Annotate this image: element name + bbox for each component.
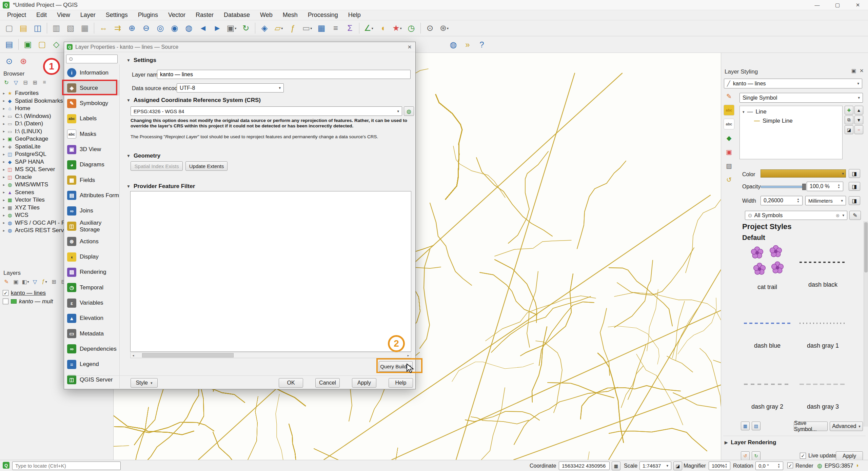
filter-hscrollbar[interactable]: ◂ ▸	[130, 352, 411, 358]
3d-view-icon[interactable]: ◆	[724, 132, 734, 143]
new-shapefile-icon[interactable]: ▢	[35, 38, 49, 51]
geometry-section-header[interactable]: ▼ Geometry	[126, 152, 413, 159]
minimize-button[interactable]: —	[807, 0, 827, 10]
tab-variables[interactable]: εVariables	[64, 295, 120, 311]
layer-visibility-checkbox[interactable]: ✓	[3, 290, 8, 296]
open-attribute-table-icon[interactable]: ▦	[315, 21, 328, 35]
pan-map-icon[interactable]: ⇔	[97, 21, 110, 35]
labels-icon[interactable]: abc	[724, 105, 734, 116]
provider-filter-section-header[interactable]: ▼ Provider Feature Filter	[126, 183, 413, 190]
tab-3d-view[interactable]: ▣3D View	[64, 142, 120, 157]
expand-arrow-icon[interactable]: ▸	[1, 106, 6, 111]
menu-raster[interactable]: Raster	[191, 10, 219, 20]
dialog-close-button[interactable]: ✕	[404, 42, 415, 52]
data-source-manager-icon[interactable]: ▤	[2, 38, 16, 51]
menu-processing[interactable]: Processing	[303, 10, 343, 20]
masks-icon[interactable]: abc	[724, 119, 734, 129]
crs-picker-button[interactable]: ◍	[404, 106, 414, 116]
dropdown-arrow-icon[interactable]: ▾	[447, 26, 449, 30]
spatial-index-button[interactable]: Spatial Index Exists	[131, 161, 183, 171]
refresh-icon[interactable]: ↻	[239, 21, 253, 35]
deselect-features-icon[interactable]: ▭▾	[300, 21, 314, 35]
new-project-icon[interactable]: ▢	[2, 21, 16, 35]
slider-handle[interactable]	[802, 184, 806, 190]
tab-joins[interactable]: ∞Joins	[64, 203, 120, 219]
icon-view-icon[interactable]: ▦	[741, 422, 750, 430]
width-override-button[interactable]: ◨	[849, 196, 860, 205]
expand-arrow-icon[interactable]: ▸	[1, 160, 6, 164]
clear-icon[interactable]: ⊗	[836, 213, 840, 218]
search-icon[interactable]: ⊙	[423, 21, 437, 35]
symbol-tree[interactable]: ▾ — Line — Simple Line	[739, 106, 843, 159]
menu-project[interactable]: Project	[2, 10, 31, 20]
scale-select[interactable]: 1:74637▾	[639, 462, 671, 470]
tab-display[interactable]: ◖Display	[64, 249, 120, 265]
magnifier-spinbox[interactable]: 100%▲▼	[709, 462, 730, 470]
tab-diagrams[interactable]: ◕Diagrams	[64, 157, 120, 172]
style-button[interactable]: Style▾	[131, 378, 158, 388]
tab-qgis-server[interactable]: ◫QGIS Server	[64, 372, 120, 387]
add-vector-layer-icon[interactable]: ◇	[50, 38, 63, 51]
add-symbol-layer-button[interactable]: ✚	[845, 106, 853, 115]
tab-information[interactable]: iInformation	[64, 65, 120, 80]
expand-arrow-icon[interactable]: ▸	[1, 198, 6, 202]
menu-plugins[interactable]: Plugins	[133, 10, 163, 20]
layer-visibility-checkbox[interactable]	[3, 299, 8, 304]
symbol-cat-trail[interactable]: cat trail	[742, 243, 793, 291]
dock-pin-icon[interactable]: ▣	[851, 68, 856, 74]
menu-help[interactable]: Help	[343, 10, 366, 20]
select-features-icon[interactable]: ▱▾	[272, 21, 285, 35]
dropdown-arrow-icon[interactable]: ▾	[372, 26, 373, 30]
layer-name-input[interactable]	[157, 70, 411, 79]
tab-fields[interactable]: ▦Fields	[64, 172, 120, 188]
expand-arrow-icon[interactable]: ▸	[1, 175, 6, 179]
extents-icon[interactable]: ▦	[612, 462, 620, 470]
expand-arrow-icon[interactable]: ▸	[1, 114, 6, 118]
save-symbol-button[interactable]: Save Symbol...	[794, 422, 828, 431]
opacity-spinbox[interactable]: 100,0 %▲▼	[807, 182, 843, 191]
lock-color-button[interactable]: ◪	[845, 125, 853, 134]
color-override-button[interactable]: ◨	[849, 169, 860, 178]
rotation-spinbox[interactable]: 0,0 °▲▼	[755, 462, 783, 470]
hatch-icon[interactable]: ▨	[724, 160, 734, 171]
tab-rendering[interactable]: ▨Rendering	[64, 265, 120, 280]
expand-all-icon[interactable]: ⊞	[50, 277, 58, 286]
help-button[interactable]: Help	[389, 378, 413, 388]
expand-arrow-icon[interactable]: ▸	[1, 144, 6, 149]
width-spinbox[interactable]: 0,26000▲▼	[761, 196, 803, 205]
tab-legend[interactable]: ≡Legend	[64, 357, 120, 372]
history-icon[interactable]: ↺	[724, 174, 734, 185]
locator-search-icon[interactable]: ⊙	[2, 55, 16, 68]
new-3d-map-icon[interactable]: ▣▾	[225, 21, 238, 35]
menu-view[interactable]: View	[52, 10, 75, 20]
add-group-icon[interactable]: ▣	[12, 277, 20, 286]
styling-layer-select[interactable]: ╱ kanto — lines▾	[724, 79, 862, 88]
menu-vector[interactable]: Vector	[163, 10, 191, 20]
manage-map-themes-icon[interactable]: ◧▾	[21, 277, 30, 286]
zoom-out-icon[interactable]: ⊖	[139, 21, 153, 35]
symbols-scrollbar[interactable]	[864, 221, 868, 427]
collapse-tree-icon[interactable]: ⊟	[21, 78, 30, 87]
encoding-select[interactable]: UTF-8▾	[177, 83, 284, 93]
chevron-down-icon[interactable]: ▾	[842, 213, 844, 218]
symbol-dash-black[interactable]: dash black	[797, 243, 849, 288]
field-calculator-icon[interactable]: ≡	[329, 21, 342, 35]
filter-browser-icon[interactable]: ▽	[12, 78, 20, 87]
tab-elevation[interactable]: ▲Elevation	[64, 311, 120, 326]
expand-arrow-icon[interactable]: ▸	[1, 205, 6, 210]
expand-arrow-icon[interactable]: ▸	[1, 137, 6, 141]
list-view-icon[interactable]: ▤	[752, 422, 761, 430]
crs-section-header[interactable]: ▼ Assigned Coordinate Reference System (…	[126, 97, 413, 104]
select-by-expression-icon[interactable]: ƒ	[286, 21, 300, 35]
symbol-search-input[interactable]: ⊙ All Symbols ⊗ ▾	[745, 211, 847, 220]
expand-arrow-icon[interactable]: ▸	[1, 129, 6, 134]
coordinate-value[interactable]: 15633422 4350956	[559, 462, 610, 470]
new-bookmark-icon[interactable]: ★▾	[390, 21, 404, 35]
width-unit-select[interactable]: Millimeters▾	[805, 196, 846, 205]
tab-actions[interactable]: ⊛Actions	[64, 234, 120, 249]
python-console-icon[interactable]: »	[461, 38, 474, 52]
live-update-checkbox[interactable]: ✓	[800, 453, 806, 459]
scroll-left-icon[interactable]: ◂	[131, 353, 136, 358]
zoom-next-icon[interactable]: ►	[211, 21, 224, 35]
tab-symbology[interactable]: ✎Symbology	[64, 96, 120, 111]
